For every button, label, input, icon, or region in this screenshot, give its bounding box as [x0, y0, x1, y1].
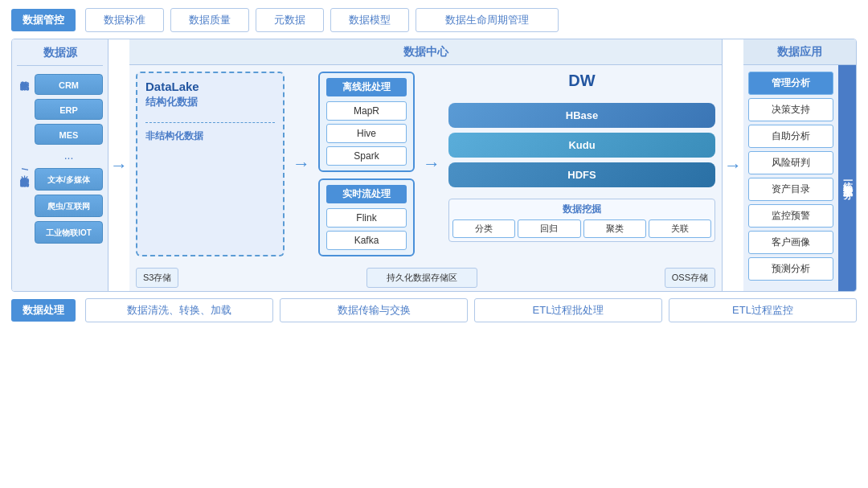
dataapp-col: 数据应用 管理分析 决策支持 自助分析 风险研判 资产目录 监控预警 客户画像 … — [743, 39, 856, 291]
offline-item-2: Spark — [326, 146, 407, 166]
top-item-1[interactable]: 数据质量 — [170, 8, 249, 32]
storage-bottom-row: S3存储 持久化数据存储区 OSS存储 — [129, 263, 722, 291]
top-item-3[interactable]: 数据模型 — [330, 8, 409, 32]
top-item-0[interactable]: 数据标准 — [85, 8, 164, 32]
mining-item-2: 聚类 — [583, 219, 646, 238]
top-bar-items: 数据标准 数据质量 元数据 数据模型 数据生命周期管理 — [85, 8, 857, 32]
arrow-center-app: → — [723, 39, 743, 291]
kudu-storage: Kudu — [448, 133, 715, 158]
datacenter-title: 数据中心 — [129, 39, 722, 65]
structured-label: 结构化数据 — [17, 74, 31, 162]
mining-item-3: 关联 — [649, 219, 711, 238]
realtime-item-0: Flink — [326, 208, 407, 228]
top-control-bar: 数据管控 数据标准 数据质量 元数据 数据模型 数据生命周期管理 — [11, 8, 857, 32]
data-process-label: 数据处理 — [11, 299, 76, 322]
iot-db: 工业物联IOT — [35, 221, 103, 244]
mining-item-0: 分类 — [452, 219, 515, 238]
right-item-3: 风险研判 — [748, 151, 833, 174]
realtime-item-1: Kafka — [326, 231, 407, 250]
datasource-col: 数据源 结构化数据 CRM ERP MES ... 半/非结构化数据 文本/多媒… — [12, 39, 108, 291]
realtime-title: 实时流处理 — [326, 185, 407, 203]
arrow-proc-dw: → — [421, 72, 442, 256]
right-item-2: 自助分析 — [748, 125, 833, 148]
mining-items: 分类 回归 聚类 关联 — [452, 219, 711, 238]
bottom-bar-items: 数据清洗、转换、加载 数据传输与交换 ETL过程批处理 ETL过程监控 — [85, 298, 857, 322]
right-item-1: 决策支持 — [748, 98, 833, 121]
bottom-item-2: ETL过程批处理 — [474, 298, 662, 322]
datacenter-col: 数据中心 DataLake 结构化数据 非结构化数据 → 离线批处理 MapR — [129, 39, 723, 291]
processing-col: 离线批处理 MapR Hive Spark 实时流处理 Flink Kafka — [318, 72, 415, 256]
persist-storage: 持久化数据存储区 — [366, 268, 477, 288]
text-db: 文本/多媒体 — [35, 168, 103, 191]
arrow-datalake-proc: → — [291, 72, 312, 256]
right-item-0: 管理分析 — [748, 72, 833, 95]
top-item-4[interactable]: 数据生命周期管理 — [416, 8, 559, 32]
right-item-6: 客户画像 — [748, 231, 833, 254]
offline-proc-box: 离线批处理 MapR Hive Spark — [318, 72, 415, 172]
mining-title: 数据挖掘 — [452, 203, 711, 216]
right-item-5: 监控预警 — [748, 204, 833, 228]
data-control-label: 数据管控 — [11, 9, 76, 31]
mining-item-1: 回归 — [518, 219, 580, 238]
dw-storage-items: HBase Kudu HDFS — [448, 103, 715, 187]
structured-section: 结构化数据 CRM ERP MES ... — [17, 74, 103, 162]
datalake-sub2: 非结构化数据 — [145, 129, 275, 143]
bottom-process-bar: 数据处理 数据清洗、转换、加载 数据传输与交换 ETL过程批处理 ETL过程监控 — [11, 298, 857, 322]
datasource-title: 数据源 — [17, 46, 103, 66]
s3-storage: S3存储 — [136, 268, 178, 288]
semi-items: 文本/多媒体 爬虫/互联网 工业物联IOT — [35, 168, 103, 245]
right-item-7: 预测分析 — [748, 257, 833, 281]
datalake-title: DataLake — [145, 80, 275, 93]
crm-db: CRM — [35, 74, 103, 95]
datalake-box: DataLake 结构化数据 非结构化数据 — [136, 72, 285, 256]
offline-title: 离线批处理 — [326, 78, 407, 96]
datalake-divider — [145, 122, 275, 123]
mining-box: 数据挖掘 分类 回归 聚类 关联 — [448, 199, 715, 242]
main-diagram: 数据源 结构化数据 CRM ERP MES ... 半/非结构化数据 文本/多媒… — [11, 39, 857, 292]
arrow-datasource-center: → — [108, 39, 129, 291]
offline-item-1: Hive — [326, 124, 407, 143]
crawler-db: 爬虫/互联网 — [35, 195, 103, 217]
realtime-proc-box: 实时流处理 Flink Kafka — [318, 178, 415, 256]
top-item-2[interactable]: 元数据 — [256, 8, 324, 32]
semi-label: 半/非结构化数据 — [17, 168, 31, 245]
hdfs-storage: HDFS — [448, 162, 715, 187]
erp-db: ERP — [35, 99, 103, 120]
semi-section: 半/非结构化数据 文本/多媒体 爬虫/互联网 工业物联IOT — [17, 168, 103, 245]
oss-storage: OSS存储 — [665, 268, 715, 288]
right-item-4: 资产目录 — [748, 178, 833, 201]
bottom-item-1: 数据传输与交换 — [280, 298, 468, 322]
right-col-body: 管理分析 决策支持 自助分析 风险研判 资产目录 监控预警 客户画像 预测分析 … — [743, 65, 856, 291]
dw-section: DW HBase Kudu HDFS 数据挖掘 分类 回归 聚类 关联 — [448, 72, 715, 256]
mes-db: MES — [35, 124, 103, 145]
dataapp-title: 数据应用 — [743, 39, 856, 65]
datalake-sub1: 结构化数据 — [145, 95, 275, 109]
dw-title: DW — [448, 72, 715, 90]
more-label: ... — [35, 149, 103, 162]
right-items: 管理分析 决策支持 自助分析 风险研判 资产目录 监控预警 客户画像 预测分析 — [743, 65, 838, 291]
bottom-item-3: ETL过程监控 — [669, 298, 857, 322]
unified-label: 统一数据服务 — [838, 65, 856, 291]
offline-item-0: MapR — [326, 101, 407, 121]
hbase-storage: HBase — [448, 103, 715, 128]
structured-items: CRM ERP MES ... — [35, 74, 103, 162]
bottom-item-0: 数据清洗、转换、加载 — [85, 298, 273, 322]
center-body: DataLake 结构化数据 非结构化数据 → 离线批处理 MapR Hive … — [129, 65, 722, 263]
